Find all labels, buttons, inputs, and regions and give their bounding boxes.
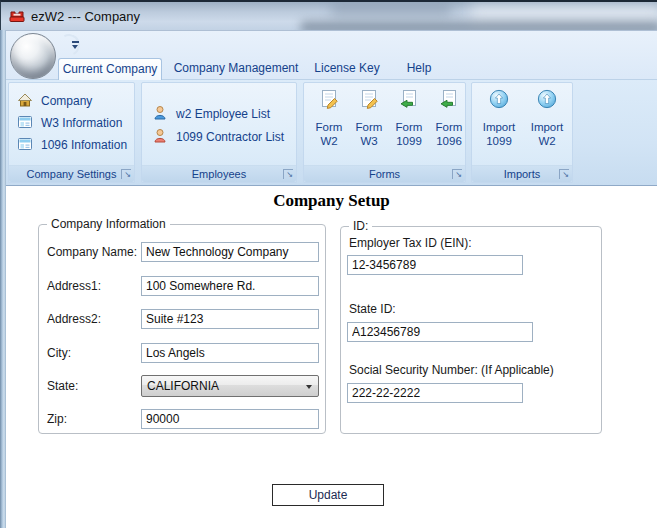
titlebar-glass-blur: [301, 21, 657, 30]
dialog-launcher-icon[interactable]: [452, 169, 462, 179]
title-bar[interactable]: ezW2 --- Company: [0, 0, 657, 30]
state-id-label: State ID:: [349, 302, 396, 316]
document-edit-icon: [310, 89, 348, 113]
city-input[interactable]: [141, 343, 319, 363]
ribbon-tab-row: Current Company Company Management Licen…: [6, 57, 657, 79]
ribbon-item-1096-infomation[interactable]: 1096 Infomation: [17, 135, 127, 155]
ribbon-item-label: Form 1096: [436, 121, 463, 147]
id-groupbox: ID: Employer Tax ID (EIN): State ID: Soc…: [340, 226, 602, 434]
tab-license-key[interactable]: License Key: [313, 57, 381, 79]
ein-input[interactable]: [347, 255, 523, 275]
city-label: City:: [47, 346, 71, 360]
state-id-input[interactable]: [347, 322, 533, 342]
import-sphere-icon: [476, 89, 522, 113]
groupbox-legend: Company Information: [47, 217, 170, 231]
state-label: State:: [47, 379, 78, 393]
ribbon-item-w3-information[interactable]: W3 Information: [17, 113, 122, 133]
tab-company-management[interactable]: Company Management: [173, 57, 299, 79]
group-employees: w2 Employee List 1099 Contractor List Em…: [141, 82, 297, 183]
document-import-icon: [390, 89, 428, 113]
ribbon-item-form-1099[interactable]: Form 1099: [390, 85, 428, 147]
tab-current-company[interactable]: Current Company: [58, 58, 162, 80]
ribbon-item-1099-contractor-list[interactable]: 1099 Contractor List: [152, 127, 284, 147]
groupbox-legend: ID:: [349, 219, 372, 233]
ribbon-item-form-w2[interactable]: Form W2: [310, 85, 348, 147]
titlebar-glass-blur: [471, 6, 657, 22]
ribbon-item-label: Import W2: [531, 121, 564, 147]
state-select[interactable]: CALIFORNIA: [141, 375, 319, 397]
ribbon-item-form-1096[interactable]: Form 1096: [430, 85, 468, 147]
state-select-value: CALIFORNIA: [147, 379, 219, 393]
ein-label: Employer Tax ID (EIN):: [349, 236, 471, 250]
dialog-launcher-icon[interactable]: [283, 169, 293, 179]
ssn-input[interactable]: [347, 383, 523, 403]
ribbon-item-label: Import 1099: [483, 121, 516, 147]
import-sphere-icon: [524, 89, 570, 113]
customize-quick-access-icon[interactable]: [72, 41, 82, 49]
group-label: Forms: [369, 168, 400, 180]
ribbon-item-company[interactable]: Company: [17, 91, 92, 111]
tab-help[interactable]: Help: [400, 57, 438, 79]
window-title: ezW2 --- Company: [31, 2, 140, 30]
ribbon-item-label: Company: [41, 94, 92, 108]
application-orb-icon[interactable]: [10, 33, 56, 79]
address2-label: Address2:: [47, 312, 101, 326]
ribbon-item-label: w2 Employee List: [176, 107, 270, 121]
ribbon-item-label: Form W2: [316, 121, 343, 147]
form-table-icon: [17, 136, 33, 155]
group-footer-imports: Imports: [472, 165, 572, 182]
document-import-icon: [430, 89, 468, 113]
zip-label: Zip:: [47, 412, 67, 426]
group-company-settings: Company W3 Information: [8, 82, 135, 183]
group-footer-employees: Employees: [142, 165, 296, 182]
ribbon-item-w2-employee-list[interactable]: w2 Employee List: [152, 104, 270, 124]
content-area: Company Setup Company Information Compan…: [6, 186, 657, 528]
group-label: Employees: [192, 168, 246, 180]
address2-input[interactable]: [141, 309, 319, 329]
ribbon: Current Company Company Management Licen…: [6, 30, 657, 186]
group-label: Imports: [504, 168, 541, 180]
ribbon-item-label: Form W3: [356, 121, 383, 147]
document-edit-icon: [350, 89, 388, 113]
update-button[interactable]: Update: [272, 484, 384, 506]
application-window: ezW2 --- Company Current Company Company…: [0, 0, 657, 528]
ribbon-item-label: W3 Information: [41, 116, 122, 130]
dialog-launcher-icon[interactable]: [121, 169, 131, 179]
person-red-icon: [152, 128, 168, 147]
group-footer-forms: Forms: [304, 165, 465, 182]
ezw2-app-icon[interactable]: [9, 9, 25, 25]
dialog-launcher-icon[interactable]: [559, 169, 569, 179]
ribbon-item-label: 1099 Contractor List: [176, 130, 284, 144]
company-name-input[interactable]: [141, 242, 319, 262]
zip-input[interactable]: [141, 409, 319, 429]
group-forms: Form W2 Form W3: [303, 82, 466, 183]
titlebar-glass-blur: [331, 3, 451, 15]
person-blue-icon: [152, 105, 168, 124]
group-imports: Import 1099 Import W2 Imports: [471, 82, 573, 183]
ssn-label: Social Security Number: (If Applicable): [349, 363, 554, 377]
group-footer-company-settings: Company Settings: [9, 165, 134, 182]
group-label: Company Settings: [27, 168, 117, 180]
chevron-down-icon: [306, 385, 312, 389]
house-icon: [17, 92, 33, 111]
address1-input[interactable]: [141, 276, 319, 296]
page-title: Company Setup: [6, 191, 657, 211]
ribbon-item-import-w2[interactable]: Import W2: [524, 85, 570, 147]
address1-label: Address1:: [47, 279, 101, 293]
company-name-label: Company Name:: [47, 245, 137, 259]
form-table-icon: [17, 114, 33, 133]
ribbon-item-form-w3[interactable]: Form W3: [350, 85, 388, 147]
ribbon-item-import-1099[interactable]: Import 1099: [476, 85, 522, 147]
ribbon-band: Company W3 Information: [6, 79, 657, 186]
ribbon-item-label: 1096 Infomation: [41, 138, 127, 152]
ribbon-item-label: Form 1099: [396, 121, 423, 147]
company-information-groupbox: Company Information Company Name: Addres…: [38, 224, 326, 434]
